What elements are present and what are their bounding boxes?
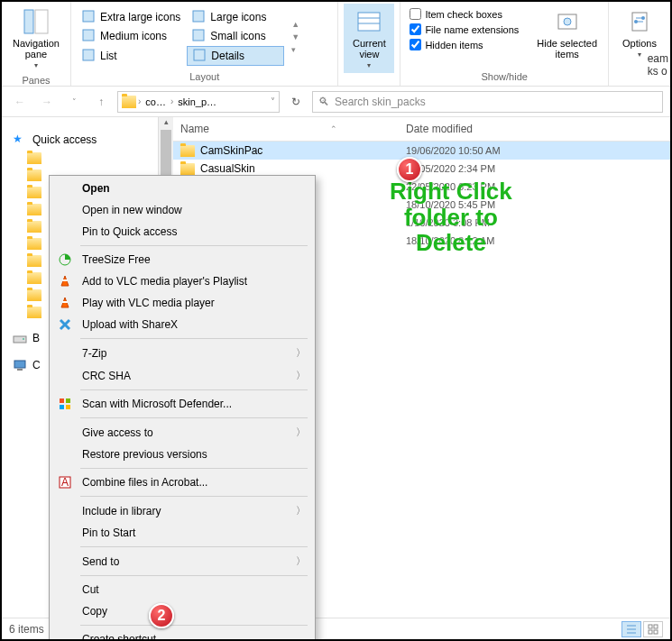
menu-item-label: Open xyxy=(82,182,110,195)
menu-item-label: Give access to xyxy=(82,426,153,439)
layout-label: Small icons xyxy=(210,30,265,42)
hidden-items-checkbox[interactable]: Hidden items xyxy=(406,38,522,51)
file-name: CamSkinPac xyxy=(200,144,262,157)
menu-item[interactable]: Give access to〉 xyxy=(50,421,315,444)
breadcrumb[interactable]: › co… › skin_p… ˅ xyxy=(117,91,280,113)
menu-item[interactable]: Send to〉 xyxy=(50,550,315,572)
menu-item[interactable]: Restore previous versions xyxy=(50,444,315,465)
menu-item[interactable]: CRC SHA〉 xyxy=(50,364,315,387)
menu-item[interactable]: Open xyxy=(50,178,315,199)
menu-item[interactable]: Play with VLC media player xyxy=(50,292,315,314)
menu-item-label: Copy xyxy=(82,605,107,618)
layout-label: Medium icons xyxy=(100,30,167,42)
chevron-right-icon: 〉 xyxy=(296,554,306,568)
layout-option[interactable]: List xyxy=(77,46,186,66)
layout-icon xyxy=(82,29,97,43)
column-date[interactable]: Date modified xyxy=(399,117,534,141)
menu-item[interactable]: Copy xyxy=(50,600,315,622)
menu-item[interactable]: Cut xyxy=(50,579,315,600)
menu-item[interactable]: Include in library〉 xyxy=(50,499,315,522)
breadcrumb-segment[interactable]: skin_p… xyxy=(175,96,219,107)
menu-item[interactable]: TreeSize Free xyxy=(50,249,315,270)
annotation-badge-2: 2 xyxy=(149,603,174,628)
svg-rect-16 xyxy=(14,336,26,343)
ribbon-group-panes: Navigation pane ▾ Panes xyxy=(2,2,71,86)
layout-icon xyxy=(82,49,97,63)
folder-icon xyxy=(27,255,41,267)
layout-option[interactable]: Extra large icons xyxy=(77,8,186,26)
svg-rect-24 xyxy=(654,625,658,628)
column-name[interactable]: Name xyxy=(180,123,209,135)
menu-item[interactable]: 7-Zip〉 xyxy=(50,342,315,364)
menu-item[interactable]: Create shortcut xyxy=(50,628,315,641)
menu-item[interactable]: Pin to Quick access xyxy=(50,221,315,243)
svg-point-14 xyxy=(641,16,645,20)
file-name-extensions-checkbox[interactable]: File name extensions xyxy=(406,23,522,36)
svg-rect-33 xyxy=(66,398,70,403)
menu-separator xyxy=(80,575,308,576)
svg-rect-23 xyxy=(649,625,652,628)
breadcrumb-segment[interactable]: co… xyxy=(143,96,169,107)
vlc-icon xyxy=(57,273,73,289)
layout-option[interactable]: Medium icons xyxy=(77,27,186,45)
menu-item-label: Restore previous versions xyxy=(82,448,207,461)
view-mode-toggles xyxy=(621,621,663,637)
layout-icon xyxy=(193,49,207,63)
layout-option[interactable]: Details xyxy=(187,46,284,66)
menu-separator xyxy=(80,417,308,418)
item-check-boxes-checkbox[interactable]: Item check boxes xyxy=(406,7,522,21)
forward-button[interactable]: → xyxy=(36,91,58,113)
search-icon: 🔍︎ xyxy=(318,96,329,108)
search-placeholder: Search skin_packs xyxy=(335,96,426,108)
chevron-down-icon: ▾ xyxy=(367,61,371,69)
menu-item[interactable]: Upload with ShareX xyxy=(50,314,315,335)
sidebar-label: C xyxy=(32,359,41,371)
menu-separator xyxy=(80,338,308,339)
layout-label: Large icons xyxy=(210,11,266,23)
ribbon-group-showhide: Item check boxes File name extensions Hi… xyxy=(400,2,609,86)
gallery-up-icon[interactable]: ▲ xyxy=(291,20,299,29)
svg-rect-0 xyxy=(24,10,33,33)
recent-locations-button[interactable]: ˅ xyxy=(63,91,85,113)
layout-option[interactable]: Large icons xyxy=(187,8,284,26)
up-button[interactable]: ↑ xyxy=(90,91,112,113)
menu-separator xyxy=(80,546,308,547)
layout-gallery[interactable]: Extra large iconsLarge iconsMedium icons… xyxy=(77,8,284,66)
column-headers[interactable]: Name ⌃ Date modified xyxy=(173,117,670,142)
gallery-down-icon[interactable]: ▼ xyxy=(291,32,299,41)
annotation-badge-1: 1 xyxy=(397,157,422,182)
menu-item-label: 7-Zip xyxy=(82,347,106,360)
details-view-toggle[interactable] xyxy=(621,621,641,637)
svg-rect-31 xyxy=(62,301,68,303)
back-button[interactable]: ← xyxy=(9,91,31,113)
navigation-pane-button[interactable]: Navigation pane ▾ xyxy=(7,4,65,73)
chevron-down-icon[interactable]: ˅ xyxy=(271,96,275,106)
svg-rect-1 xyxy=(35,10,48,33)
refresh-button[interactable]: ↻ xyxy=(285,96,307,108)
menu-item[interactable]: Add to VLC media player's Playlist xyxy=(50,270,315,292)
search-input[interactable]: 🔍︎ Search skin_packs xyxy=(312,91,663,113)
layout-option[interactable]: Small icons xyxy=(187,27,284,45)
svg-point-15 xyxy=(634,20,638,23)
menu-item-label: Combine files in Acrobat... xyxy=(82,476,207,489)
menu-separator xyxy=(80,496,308,497)
file-row[interactable]: CamSkinPac19/06/2020 10:50 AM xyxy=(173,142,670,160)
scroll-up-icon[interactable]: ▴ xyxy=(159,117,173,130)
current-view-button[interactable]: Current view ▾ xyxy=(344,4,394,73)
menu-item-label: Send to xyxy=(82,555,119,568)
folder-icon xyxy=(180,145,195,157)
sidebar-folder[interactable] xyxy=(5,150,169,167)
menu-item[interactable]: Open in new window xyxy=(50,199,315,221)
navigation-pane-label: Navigation pane xyxy=(13,38,60,60)
icons-view-toggle[interactable] xyxy=(643,621,663,637)
menu-item[interactable]: ACombine files in Acrobat... xyxy=(50,472,315,493)
menu-item[interactable]: Scan with Microsoft Defender... xyxy=(50,393,315,415)
star-icon: ★ xyxy=(13,133,27,147)
sidebar-quick-access[interactable]: ★ Quick access xyxy=(5,130,169,150)
ribbon-group-currentview: Current view ▾ xyxy=(338,2,400,86)
navigation-bar: ← → ˅ ↑ › co… › skin_p… ˅ ↻ 🔍︎ Search sk… xyxy=(2,87,670,117)
status-item-count: 6 items xyxy=(9,623,44,636)
menu-item[interactable]: Pin to Start xyxy=(50,522,315,544)
gallery-more-icon[interactable]: ▾ xyxy=(291,45,299,54)
hide-selected-button[interactable]: Hide selected items xyxy=(531,4,603,63)
